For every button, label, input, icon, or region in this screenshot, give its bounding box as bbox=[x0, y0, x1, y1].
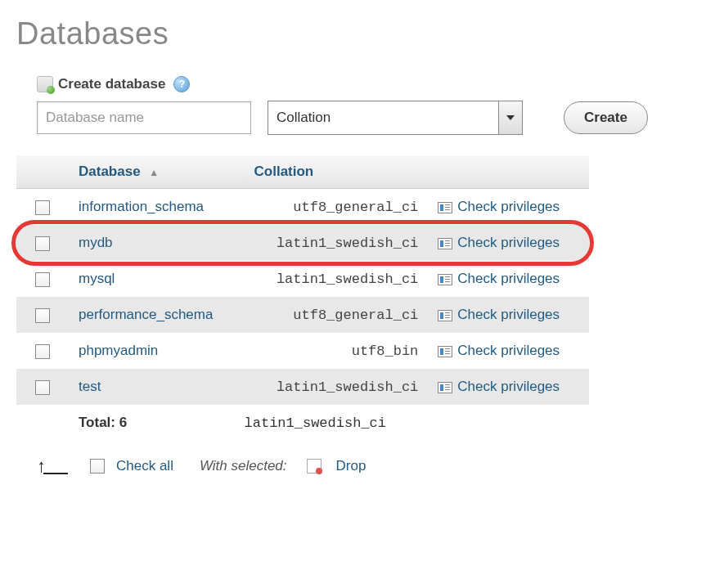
database-link[interactable]: test bbox=[79, 379, 101, 394]
database-link[interactable]: information_schema bbox=[79, 199, 204, 214]
table-footer-actions: ↑ Check all With selected: Drop bbox=[37, 456, 708, 477]
privileges-icon bbox=[438, 274, 452, 285]
check-all-checkbox[interactable] bbox=[90, 459, 105, 474]
row-checkbox[interactable] bbox=[35, 272, 50, 287]
database-link[interactable]: phpmyadmin bbox=[79, 343, 158, 358]
check-privileges-link[interactable]: Check privileges bbox=[457, 271, 560, 286]
collation-select-value: Collation bbox=[268, 110, 331, 126]
create-database-section: Create database ? Collation Create bbox=[37, 76, 708, 135]
create-button[interactable]: Create bbox=[564, 101, 648, 134]
header-actions bbox=[428, 155, 589, 189]
privileges-icon bbox=[438, 238, 452, 249]
table-row: mysqllatin1_swedish_ciCheck privileges bbox=[16, 261, 589, 297]
database-link[interactable]: mysql bbox=[79, 271, 115, 286]
privileges-icon bbox=[438, 202, 452, 213]
sort-asc-icon: ▲ bbox=[149, 167, 159, 178]
table-row: testlatin1_swedish_ciCheck privileges bbox=[16, 369, 589, 405]
collation-value: utf8_general_ci bbox=[245, 297, 429, 333]
help-icon[interactable]: ? bbox=[173, 76, 190, 92]
arrow-up-icon: ↑ bbox=[37, 456, 46, 477]
header-database[interactable]: Database ▲ bbox=[69, 155, 245, 189]
drop-icon bbox=[307, 459, 322, 474]
privileges-icon bbox=[438, 346, 452, 357]
table-row: information_schemautf8_general_ciCheck p… bbox=[16, 189, 589, 226]
row-checkbox[interactable] bbox=[35, 308, 50, 323]
collation-value: latin1_swedish_ci bbox=[245, 261, 429, 297]
collation-value: latin1_swedish_ci bbox=[245, 369, 429, 405]
header-collation[interactable]: Collation bbox=[245, 155, 429, 189]
check-all-link[interactable]: Check all bbox=[116, 458, 173, 474]
databases-table: Database ▲ Collation information_schemau… bbox=[16, 155, 589, 441]
check-privileges-link[interactable]: Check privileges bbox=[457, 307, 560, 322]
table-row: mydblatin1_swedish_ciCheck privileges bbox=[16, 225, 589, 261]
chevron-down-icon bbox=[498, 101, 522, 134]
privileges-icon bbox=[438, 310, 452, 321]
row-checkbox[interactable] bbox=[35, 344, 50, 359]
collation-value: utf8_bin bbox=[245, 333, 429, 369]
total-row: Total: 6latin1_swedish_ci bbox=[16, 405, 589, 441]
database-name-input[interactable] bbox=[37, 101, 251, 134]
database-link[interactable]: performance_schema bbox=[79, 307, 213, 322]
row-checkbox[interactable] bbox=[35, 380, 50, 395]
collation-value: utf8_general_ci bbox=[245, 189, 429, 226]
database-add-icon bbox=[37, 76, 53, 92]
total-collation: latin1_swedish_ci bbox=[245, 405, 429, 441]
row-checkbox[interactable] bbox=[35, 200, 50, 215]
privileges-icon bbox=[438, 382, 452, 393]
header-checkbox-col bbox=[16, 155, 69, 189]
check-privileges-link[interactable]: Check privileges bbox=[457, 379, 560, 394]
check-privileges-link[interactable]: Check privileges bbox=[457, 199, 560, 214]
page-title: Databases bbox=[16, 16, 708, 52]
collation-select[interactable]: Collation bbox=[268, 101, 523, 135]
drop-link[interactable]: Drop bbox=[336, 458, 366, 474]
total-label: Total: 6 bbox=[69, 405, 245, 441]
row-checkbox[interactable] bbox=[35, 236, 50, 251]
create-database-label: Create database bbox=[58, 76, 165, 92]
check-privileges-link[interactable]: Check privileges bbox=[457, 343, 560, 358]
with-selected-label: With selected: bbox=[200, 458, 287, 474]
table-row: phpmyadminutf8_binCheck privileges bbox=[16, 333, 589, 369]
table-row: performance_schemautf8_general_ciCheck p… bbox=[16, 297, 589, 333]
database-link[interactable]: mydb bbox=[79, 235, 113, 250]
check-privileges-link[interactable]: Check privileges bbox=[457, 235, 560, 250]
collation-value: latin1_swedish_ci bbox=[245, 225, 429, 261]
